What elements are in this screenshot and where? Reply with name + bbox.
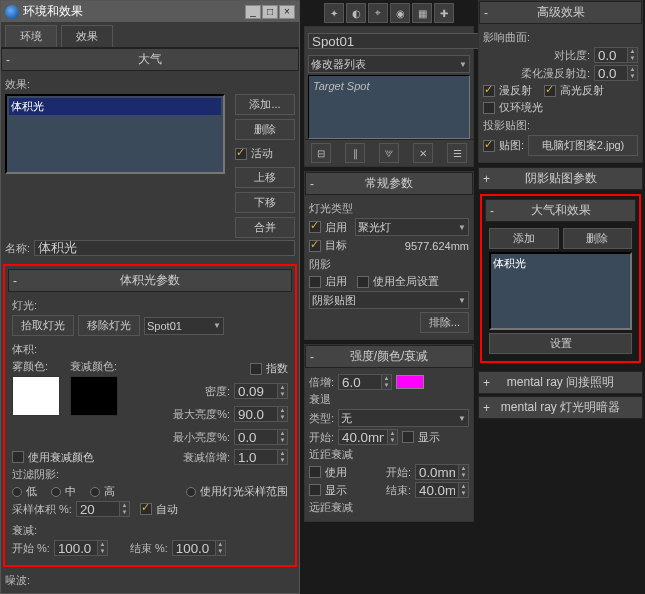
command-panel-tabs: ✦ ◐ ⌖ ◉ ▦ ✚ bbox=[304, 0, 474, 26]
remove-light-button[interactable]: 移除灯光 bbox=[78, 315, 140, 336]
modify-tab-icon[interactable]: ◐ bbox=[346, 3, 366, 23]
atten-end-spinner[interactable]: ▲▼ bbox=[172, 540, 226, 556]
decay-start-spinner[interactable]: ▲▼ bbox=[338, 429, 398, 445]
decay-type-dropdown[interactable]: 无▼ bbox=[338, 409, 469, 427]
pick-light-button[interactable]: 拾取灯光 bbox=[12, 315, 74, 336]
modifier-list-dropdown[interactable]: 修改器列表 ▼ bbox=[308, 55, 470, 73]
collapse-icon: - bbox=[6, 53, 10, 67]
object-name-input[interactable] bbox=[308, 33, 485, 49]
rollout-volumetric[interactable]: - 体积光参数 bbox=[8, 269, 292, 292]
atmfx-add-button[interactable]: 添加 bbox=[489, 228, 559, 249]
rollout-general[interactable]: -常规参数 bbox=[305, 172, 473, 195]
chevron-down-icon: ▼ bbox=[459, 60, 467, 69]
add-effect-button[interactable]: 添加... bbox=[235, 94, 295, 115]
chevron-down-icon: ▼ bbox=[458, 223, 466, 232]
chevron-down-icon: ▼ bbox=[458, 414, 466, 423]
sample-vol-spinner[interactable]: ▲▼ bbox=[76, 501, 130, 517]
atten-start-spinner[interactable]: ▲▼ bbox=[54, 540, 108, 556]
create-tab-icon[interactable]: ✦ bbox=[324, 3, 344, 23]
radio-mid[interactable] bbox=[51, 487, 61, 497]
max-light-spinner[interactable]: ▲▼ bbox=[234, 406, 288, 422]
merge-button[interactable]: 合并 bbox=[235, 217, 295, 238]
fog-color-swatch[interactable] bbox=[12, 376, 60, 416]
enable-light-checkbox[interactable] bbox=[309, 221, 321, 233]
collapse-icon: - bbox=[13, 274, 17, 288]
ambient-only-checkbox[interactable] bbox=[483, 102, 495, 114]
min-light-spinner[interactable]: ▲▼ bbox=[234, 429, 288, 445]
active-checkbox[interactable] bbox=[235, 148, 247, 160]
shadow-type-dropdown[interactable]: 阴影贴图 ▼ bbox=[309, 291, 469, 309]
attenuation-label: 衰减: bbox=[12, 523, 37, 538]
effects-list[interactable]: 体积光 bbox=[5, 94, 225, 174]
configure-sets-icon[interactable]: ☰ bbox=[447, 143, 467, 163]
radio-high[interactable] bbox=[90, 487, 100, 497]
atten-mult-spinner[interactable]: ▲▼ bbox=[234, 449, 288, 465]
atmfx-list-item[interactable]: 体积光 bbox=[493, 256, 628, 271]
na-use-checkbox[interactable] bbox=[309, 466, 321, 478]
close-button[interactable]: × bbox=[279, 5, 295, 19]
radio-low[interactable] bbox=[12, 487, 22, 497]
atmfx-list[interactable]: 体积光 bbox=[489, 252, 632, 330]
atten-color-swatch[interactable] bbox=[70, 376, 118, 416]
rollout-advanced-effects[interactable]: -高级效果 bbox=[479, 1, 642, 24]
na-end-spinner[interactable]: ▲▼ bbox=[415, 482, 469, 498]
exponential-checkbox[interactable] bbox=[250, 363, 262, 375]
use-global-checkbox[interactable] bbox=[357, 276, 369, 288]
multiplier-spinner[interactable]: ▲▼ bbox=[338, 374, 392, 390]
specular-checkbox[interactable] bbox=[544, 85, 556, 97]
effects-label: 效果: bbox=[5, 77, 30, 92]
rollout-atmosphere[interactable]: - 大气 bbox=[1, 48, 299, 71]
delete-effect-button[interactable]: 删除 bbox=[235, 119, 295, 140]
name-label: 名称: bbox=[5, 241, 30, 256]
target-checkbox[interactable] bbox=[309, 240, 321, 252]
use-atten-color-checkbox[interactable] bbox=[12, 451, 24, 463]
rollout-mr-shader[interactable]: +mental ray 灯光明暗器 bbox=[478, 396, 643, 419]
soften-spinner[interactable]: ▲▼ bbox=[594, 65, 638, 81]
modifier-item[interactable]: Target Spot bbox=[313, 80, 369, 92]
modifier-stack[interactable]: Target Spot bbox=[308, 75, 470, 139]
lights-label: 灯光: bbox=[12, 298, 37, 313]
unique-icon[interactable]: ⩔ bbox=[379, 143, 399, 163]
noise-label: 噪波: bbox=[5, 574, 30, 586]
projmap-checkbox[interactable] bbox=[483, 140, 495, 152]
rollout-shadowmap[interactable]: +阴影贴图参数 bbox=[478, 167, 643, 190]
tab-effects[interactable]: 效果 bbox=[61, 25, 113, 47]
effect-name-input[interactable] bbox=[34, 240, 295, 256]
app-icon bbox=[5, 5, 19, 19]
atmfx-setup-button[interactable]: 设置 bbox=[489, 333, 632, 354]
contrast-spinner[interactable]: ▲▼ bbox=[594, 47, 638, 63]
rollout-mr-indirect[interactable]: +mental ray 间接照明 bbox=[478, 371, 643, 394]
tab-environment[interactable]: 环境 bbox=[5, 25, 57, 47]
exclude-button[interactable]: 排除... bbox=[420, 312, 469, 333]
shadow-enable-checkbox[interactable] bbox=[309, 276, 321, 288]
light-type-dropdown[interactable]: 聚光灯 ▼ bbox=[355, 218, 469, 236]
atmfx-delete-button[interactable]: 删除 bbox=[563, 228, 633, 249]
light-dropdown[interactable]: Spot01 ▼ bbox=[144, 317, 224, 335]
remove-mod-icon[interactable]: ✕ bbox=[413, 143, 433, 163]
rollout-intensity[interactable]: -强度/颜色/衰减 bbox=[305, 345, 473, 368]
radio-use-sample[interactable] bbox=[186, 487, 196, 497]
maximize-button[interactable]: □ bbox=[262, 5, 278, 19]
light-color-swatch[interactable] bbox=[396, 375, 424, 389]
na-show-checkbox[interactable] bbox=[309, 484, 321, 496]
effects-list-item[interactable]: 体积光 bbox=[9, 98, 221, 115]
show-end-icon[interactable]: ∥ bbox=[345, 143, 365, 163]
pin-stack-icon[interactable]: ⊟ bbox=[311, 143, 331, 163]
display-tab-icon[interactable]: ▦ bbox=[412, 3, 432, 23]
hierarchy-tab-icon[interactable]: ⌖ bbox=[368, 3, 388, 23]
movedown-button[interactable]: 下移 bbox=[235, 192, 295, 213]
diffuse-checkbox[interactable] bbox=[483, 85, 495, 97]
minimize-button[interactable]: _ bbox=[245, 5, 261, 19]
target-distance: 9577.624mm bbox=[351, 240, 469, 252]
fog-color-label: 雾颜色: bbox=[12, 359, 60, 374]
utilities-tab-icon[interactable]: ✚ bbox=[434, 3, 454, 23]
window-controls: _ □ × bbox=[245, 5, 295, 19]
motion-tab-icon[interactable]: ◉ bbox=[390, 3, 410, 23]
decay-show-checkbox[interactable] bbox=[402, 431, 414, 443]
auto-checkbox[interactable] bbox=[140, 503, 152, 515]
na-start-spinner[interactable]: ▲▼ bbox=[415, 464, 469, 480]
density-spinner[interactable]: ▲▼ bbox=[234, 383, 288, 399]
projmap-button[interactable]: 电脑灯图案2.jpg) bbox=[528, 135, 638, 156]
rollout-atmfx[interactable]: -大气和效果 bbox=[485, 199, 636, 222]
moveup-button[interactable]: 上移 bbox=[235, 167, 295, 188]
